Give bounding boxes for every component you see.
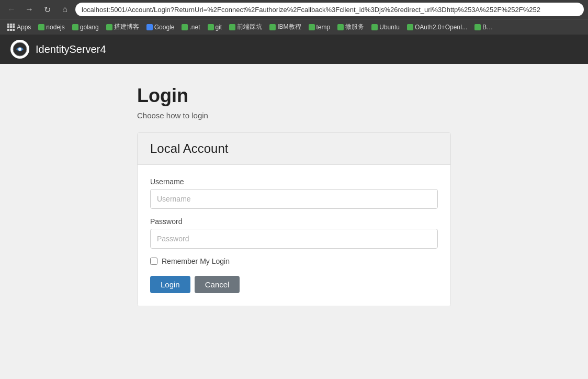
bookmark-label: git — [216, 24, 222, 31]
local-account-title: Local Account — [150, 141, 438, 156]
bookmark-favicon — [407, 24, 413, 30]
username-label: Username — [150, 177, 438, 186]
bookmark-frontend[interactable]: 前端踩坑 — [226, 21, 265, 33]
apps-item[interactable]: Apps — [4, 22, 34, 32]
button-group: Login Cancel — [150, 276, 438, 293]
password-input[interactable] — [150, 229, 438, 249]
bookmark-git[interactable]: git — [205, 22, 225, 32]
card-header: Local Account — [138, 133, 450, 165]
bookmark-favicon — [474, 24, 481, 30]
bookmark-label: Ubuntu — [379, 24, 400, 31]
logo-icon — [13, 42, 27, 57]
login-subtitle: Choose how to login — [137, 111, 451, 120]
bookmark-label: B… — [482, 24, 493, 31]
login-heading: Login — [137, 85, 451, 107]
password-label: Password — [150, 217, 438, 226]
bookmark-favicon — [146, 24, 153, 30]
bookmark-favicon — [229, 24, 235, 30]
bookmark-favicon — [269, 24, 276, 30]
app-header: IdentityServer4 — [0, 35, 588, 64]
back-button[interactable]: ← — [4, 2, 19, 17]
remember-label[interactable]: Remember My Login — [162, 257, 230, 265]
bookmark-label: 搭建博客 — [114, 23, 139, 31]
password-group: Password — [150, 217, 438, 249]
browser-chrome: ← → ↻ ⌂ Apps nodejs golang 搭建博客 — [0, 0, 588, 35]
bookmark-label: 微服务 — [345, 23, 364, 31]
login-container: Login Choose how to login Local Account … — [137, 85, 451, 358]
bookmark-microservice[interactable]: 微服务 — [334, 21, 367, 33]
bookmark-favicon — [72, 24, 78, 30]
bookmark-google[interactable]: Google — [143, 22, 178, 32]
username-group: Username — [150, 177, 438, 209]
forward-button[interactable]: → — [22, 2, 37, 17]
app-logo — [10, 40, 29, 59]
bookmark-favicon — [182, 24, 188, 30]
username-input[interactable] — [150, 189, 438, 209]
bookmark-favicon — [38, 24, 44, 30]
apps-label: Apps — [17, 24, 31, 31]
bookmark-golang[interactable]: golang — [69, 22, 102, 32]
svg-point-1 — [18, 48, 21, 51]
login-card: Local Account Username Password Remember… — [137, 132, 451, 306]
bookmark-label: golang — [80, 24, 99, 31]
remember-checkbox[interactable] — [150, 258, 157, 265]
home-button[interactable]: ⌂ — [58, 2, 72, 17]
remember-group: Remember My Login — [150, 257, 438, 265]
bookmark-label: .net — [189, 24, 200, 31]
apps-grid-icon — [7, 24, 15, 31]
bookmark-favicon — [371, 24, 378, 30]
bookmark-temp[interactable]: temp — [306, 22, 334, 32]
bookmark-label: Google — [154, 24, 175, 31]
bookmark-favicon — [208, 24, 214, 30]
bookmark-label: 前端踩坑 — [237, 23, 262, 31]
bookmark-label: OAuth2.0+OpenI... — [415, 24, 467, 31]
refresh-button[interactable]: ↻ — [40, 2, 54, 17]
cancel-button[interactable]: Cancel — [195, 276, 240, 293]
bookmark-favicon — [309, 24, 315, 30]
address-bar[interactable] — [75, 3, 584, 16]
card-body: Username Password Remember My Login Logi… — [138, 165, 450, 306]
app-title: IdentityServer4 — [36, 43, 106, 55]
bookmarks-bar: Apps nodejs golang 搭建博客 Google .net git — [0, 19, 588, 35]
bookmark-label: temp — [316, 24, 331, 31]
bookmark-ubuntu[interactable]: Ubuntu — [368, 22, 403, 32]
bookmark-label: IBM教程 — [277, 23, 301, 31]
browser-toolbar: ← → ↻ ⌂ — [0, 0, 588, 19]
bookmark-nodejs[interactable]: nodejs — [35, 22, 67, 32]
bookmark-b[interactable]: B… — [471, 22, 496, 32]
main-content: Login Choose how to login Local Account … — [0, 64, 588, 379]
bookmark-blog[interactable]: 搭建博客 — [103, 21, 142, 33]
bookmark-label: nodejs — [46, 24, 64, 31]
bookmark-ibm[interactable]: IBM教程 — [266, 21, 304, 33]
bookmark-dotnet[interactable]: .net — [178, 22, 203, 32]
bookmark-favicon — [337, 24, 344, 30]
bookmark-favicon — [106, 24, 112, 30]
bookmark-oauth[interactable]: OAuth2.0+OpenI... — [404, 22, 470, 32]
login-button[interactable]: Login — [150, 276, 190, 293]
